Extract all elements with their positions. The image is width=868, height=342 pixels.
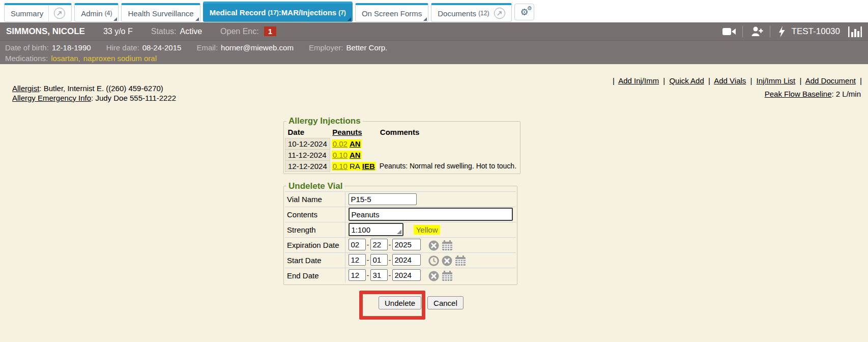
dose-link[interactable]: 0.02 xyxy=(333,139,348,148)
tab-admin[interactable]: Admin (4) xyxy=(74,3,119,22)
expiration-month-input[interactable] xyxy=(349,239,366,250)
lightning-icon[interactable] xyxy=(778,26,785,37)
inj-imm-list-link[interactable]: Inj/Imm List xyxy=(757,76,796,85)
dose-highlight: 0.10AN xyxy=(332,151,362,159)
start-year-input[interactable] xyxy=(392,254,421,266)
open-enc-label: Open Enc: xyxy=(220,27,259,36)
hire-date-label: Hire date: xyxy=(106,43,139,52)
strength-input[interactable] xyxy=(349,223,403,236)
employer-value: Better Corp. xyxy=(346,43,387,52)
undelete-vial-form: Vial Name Contents Strength Yellow Expir… xyxy=(285,191,516,283)
calendar-icon[interactable] xyxy=(455,255,466,266)
tab-health-surveillance[interactable]: Health Surveillance xyxy=(121,3,200,22)
undelete-button[interactable]: Undelete xyxy=(379,296,421,309)
tab-summary[interactable]: Summary xyxy=(4,3,72,22)
contents-input[interactable] xyxy=(349,208,513,221)
add-vials-link[interactable]: Add Vials xyxy=(714,76,746,85)
tab-summary-label: Summary xyxy=(11,9,43,18)
column-header-date: Date xyxy=(285,126,330,138)
end-date-label: End Date xyxy=(285,268,345,283)
email-label: Email: xyxy=(196,43,218,52)
end-day-input[interactable] xyxy=(370,269,388,281)
calendar-icon[interactable] xyxy=(442,240,453,251)
start-day-input[interactable] xyxy=(370,254,388,266)
tab-medical-record-subcount: (7) xyxy=(338,9,346,16)
open-encounters-badge[interactable]: 1 xyxy=(264,26,276,36)
bar-chart-icon[interactable] xyxy=(848,26,862,37)
expiration-year-input[interactable] xyxy=(392,239,421,250)
undelete-vial-fieldset: Undelete Vial Vial Name Contents Strengt… xyxy=(283,181,517,286)
medication-link[interactable]: losartan xyxy=(51,54,78,63)
medication-link[interactable]: naproxen sodium oral xyxy=(83,54,157,63)
action-links: | Add Inj/Imm | Quick Add | Add Vials | … xyxy=(611,76,864,85)
patient-header-bar: SIMMONS, NICOLE 33 y/o F Status: Active … xyxy=(0,22,868,40)
allergy-emergency-info-link[interactable]: Allergy Emergency Info xyxy=(12,94,91,102)
dose-link[interactable]: 0.10 xyxy=(333,151,348,159)
form-row: Contents xyxy=(285,207,516,222)
peak-flow-baseline-link[interactable]: Peak Flow Baseline xyxy=(765,90,832,98)
add-document-link[interactable]: Add Document xyxy=(805,76,856,85)
reaction-code-link[interactable]: AN xyxy=(350,139,361,148)
injection-date: 10-12-2024 xyxy=(285,138,330,149)
tab-bar: Summary Admin (4) Health Surveillance Me… xyxy=(0,0,868,22)
header-actions: TEST-10030 xyxy=(721,26,862,37)
tab-medical-record[interactable]: Medical Record (17) :MAR/Injections (7) xyxy=(203,2,353,22)
add-inj-imm-link[interactable]: Add Inj/Imm xyxy=(618,76,659,85)
undelete-vial-legend: Undelete Vial xyxy=(286,181,344,191)
tab-admin-count: (4) xyxy=(105,10,112,17)
injection-comment xyxy=(378,149,518,160)
form-row: End Date -- xyxy=(285,268,516,283)
allergy-contact-info: Allergist: Butler, Internist E. ((260) 4… xyxy=(12,83,176,103)
clear-date-icon[interactable] xyxy=(442,255,452,266)
patient-age-sex: 33 y/o F xyxy=(103,27,133,36)
tab-medical-record-count: (17) xyxy=(268,9,279,16)
injection-date: 11-12-2024 xyxy=(285,149,330,160)
hire-date-value: 08-24-2015 xyxy=(142,43,182,52)
dose-highlight: 0.02AN xyxy=(332,139,362,148)
vial-name-input[interactable] xyxy=(349,193,417,205)
allergist-value: : Butler, Internist E. ((260) 459-6270) xyxy=(39,84,163,93)
column-header-comments: Comments xyxy=(378,126,518,138)
table-row: 12-12-2024 0.10RAIEB Peanuts: Normal red… xyxy=(285,160,519,172)
allergy-injections-legend: Allergy Injections xyxy=(286,116,363,126)
tab-documents-label: Documents xyxy=(438,9,476,18)
dose-highlight: 0.10RAIEB xyxy=(332,162,376,170)
injection-comment xyxy=(378,138,518,149)
clear-date-icon[interactable] xyxy=(428,271,439,281)
status-label: Status: xyxy=(151,27,177,36)
table-header-row: Date Peanuts Comments xyxy=(285,126,519,138)
tab-documents[interactable]: Documents (12) xyxy=(431,3,512,22)
injection-date: 12-12-2024 xyxy=(285,160,330,172)
tab-medical-record-sublabel: :MAR/Injections xyxy=(279,8,336,17)
reaction-code-link[interactable]: AN xyxy=(350,151,361,159)
settings-tab[interactable]: ⚙⚙ xyxy=(514,4,534,20)
clear-date-icon[interactable] xyxy=(428,240,439,251)
quick-add-link[interactable]: Quick Add xyxy=(669,76,704,85)
reaction-code: RA xyxy=(350,162,360,170)
popout-icon[interactable] xyxy=(494,8,505,19)
popout-icon[interactable] xyxy=(54,8,65,19)
start-month-input[interactable] xyxy=(349,254,366,266)
video-camera-icon[interactable] xyxy=(722,27,736,36)
divider xyxy=(770,26,770,37)
end-year-input[interactable] xyxy=(392,269,421,281)
peak-flow-baseline-value: : 2 L/min xyxy=(831,90,861,98)
expiration-day-input[interactable] xyxy=(370,239,388,250)
calendar-icon[interactable] xyxy=(442,271,453,281)
tab-on-screen-forms[interactable]: On Screen Forms xyxy=(355,3,428,22)
column-header-peanuts-link[interactable]: Peanuts xyxy=(332,128,362,136)
cancel-button[interactable]: Cancel xyxy=(427,296,464,309)
form-row: Start Date -- xyxy=(285,252,516,268)
tab-admin-label: Admin xyxy=(81,9,103,18)
end-month-input[interactable] xyxy=(349,269,366,281)
dose-link[interactable]: 0.10 xyxy=(333,162,348,170)
clock-icon[interactable] xyxy=(428,255,439,266)
status-value: Active xyxy=(180,27,202,36)
add-user-icon[interactable] xyxy=(751,26,763,37)
reaction-code-link[interactable]: IEB xyxy=(362,162,375,170)
allergist-link[interactable]: Allergist xyxy=(12,84,39,93)
form-row: Strength Yellow xyxy=(285,222,516,237)
form-buttons: Undelete Cancel xyxy=(379,296,868,309)
form-row: Expiration Date -- xyxy=(285,237,516,252)
divider xyxy=(742,26,743,37)
